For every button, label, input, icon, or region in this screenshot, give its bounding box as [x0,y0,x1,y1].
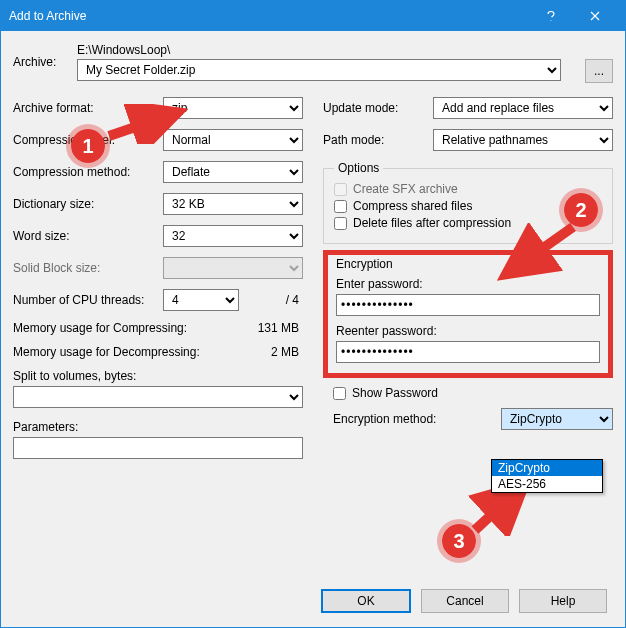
mem-decompress-label: Memory usage for Decompressing: [13,345,271,359]
button-bar: OK Cancel Help [321,589,607,613]
cpu-threads-label: Number of CPU threads: [13,293,163,307]
ok-button[interactable]: OK [321,589,411,613]
window-title: Add to Archive [9,9,529,23]
titlebar: Add to Archive [1,1,625,31]
reenter-password-label: Reenter password: [336,324,600,338]
encryption-option-aes256[interactable]: AES-256 [492,476,602,492]
word-size-label: Word size: [13,229,163,243]
update-mode-label: Update mode: [323,101,433,115]
sfx-label: Create SFX archive [353,182,458,196]
annotation-arrow-2 [491,223,581,283]
compress-shared-checkbox[interactable] [334,200,347,213]
split-volumes-select[interactable] [13,386,303,408]
encryption-option-zipcrypto[interactable]: ZipCrypto [492,460,602,476]
encryption-method-label: Encryption method: [333,412,501,426]
help-button[interactable]: Help [519,589,607,613]
parameters-input[interactable] [13,437,303,459]
cpu-threads-select[interactable]: 4 [163,289,239,311]
mem-compress-label: Memory usage for Compressing: [13,321,258,335]
dialog-content: Archive: E:\WindowsLoop\ My Secret Folde… [1,31,625,627]
annotation-badge-2: 2 [559,188,603,232]
delete-after-checkbox[interactable] [334,217,347,230]
enter-password-input[interactable] [336,294,600,316]
annotation-arrow-1 [101,104,191,144]
cpu-threads-max: / 4 [239,293,303,307]
browse-button[interactable]: ... [585,59,613,83]
sfx-checkbox [334,183,347,196]
delete-after-label: Delete files after compression [353,216,511,230]
left-column: Archive format: zip Compression level: N… [13,97,303,459]
cancel-button[interactable]: Cancel [421,589,509,613]
path-mode-label: Path mode: [323,133,433,147]
archive-filename-select[interactable]: My Secret Folder.zip [77,59,561,81]
solid-block-size-label: Solid Block size: [13,261,163,275]
solid-block-size-select [163,257,303,279]
compression-method-select[interactable]: Deflate [163,161,303,183]
show-password-checkbox[interactable] [333,387,346,400]
mem-decompress-value: 2 MB [271,345,303,359]
encryption-method-select[interactable]: ZipCrypto [501,408,613,430]
ellipsis-icon: ... [594,64,604,78]
update-mode-select[interactable]: Add and replace files [433,97,613,119]
path-mode-select[interactable]: Relative pathnames [433,129,613,151]
mem-compress-value: 131 MB [258,321,303,335]
show-password-label: Show Password [352,386,438,400]
archive-label: Archive: [13,43,69,69]
parameters-label: Parameters: [13,420,303,434]
close-window-button[interactable] [573,1,617,31]
annotation-badge-1: 1 [66,124,110,168]
encryption-method-dropdown[interactable]: ZipCrypto AES-256 [491,459,603,493]
dictionary-size-select[interactable]: 32 KB [163,193,303,215]
dialog-window: Add to Archive Archive: E:\WindowsLoop\ … [0,0,626,628]
word-size-select[interactable]: 32 [163,225,303,247]
archive-path: E:\WindowsLoop\ [77,43,561,57]
options-legend: Options [334,161,383,175]
reenter-password-input[interactable] [336,341,600,363]
dictionary-size-label: Dictionary size: [13,197,163,211]
annotation-badge-3: 3 [437,519,481,563]
help-window-button[interactable] [529,1,573,31]
split-volumes-label: Split to volumes, bytes: [13,369,303,383]
compress-shared-label: Compress shared files [353,199,472,213]
